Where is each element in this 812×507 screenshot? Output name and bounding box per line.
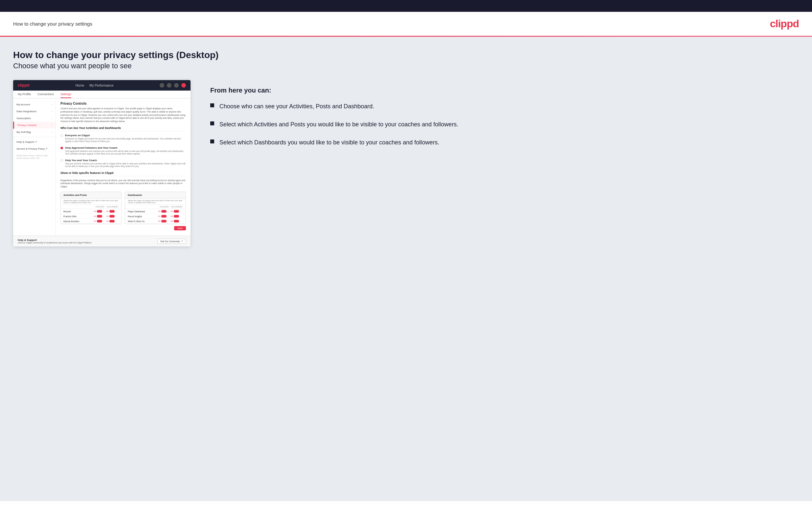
mock-activity-manual: Manual Activities ON ON [61,219,121,224]
mock-nav-links: Home My Performance [75,84,114,87]
page-subheading: Choose what you want people to see [13,62,799,70]
mock-toggle-rounds-followers [109,210,115,213]
info-panel: From here you can: Choose who can see yo… [204,80,799,147]
mock-show-hide-title: Show or hide specific features in Clippd [60,171,186,176]
mock-dashboards-header: Dashboards [125,192,186,199]
mock-nav-icons [160,83,186,88]
mock-subnav-settings: Settings [60,93,71,98]
mock-help-section: Help & Support Visit our Clippd communit… [13,236,191,246]
mock-dashboard-player: Player Dashboard ON ON [125,209,186,214]
bullet-square-2 [210,121,214,125]
bullet-square-1 [210,103,214,107]
bullet-square-3 [210,139,214,144]
mock-activities-col-headers: COACHES FOLLOWERS [61,205,121,209]
mock-activity-rounds: Rounds ON ON [61,209,121,214]
mock-show-hide-desc: Regardless of the privacy controls that … [60,179,186,188]
mock-nav-performance: My Performance [89,84,113,87]
mock-toggle-drills-followers [109,215,115,218]
mock-nav-home: Home [75,84,85,87]
mock-who-can-see-title: Who Can See Your Activities and Dashboar… [60,126,186,131]
mock-avatar [181,83,186,88]
mock-sidebar-service: Service & Privacy Policy ↗ [13,146,55,152]
mock-logo: clippd [18,83,29,88]
mock-sidebar-account: My Account › [13,101,55,108]
header: How to change your privacy settings clip… [0,12,812,36]
mock-body: My Account › Data Integrations › Subscri… [13,99,191,236]
mock-save-bar: Save [60,224,186,232]
mock-option-followers: Only Approved Followers and Your Coach O… [60,146,186,156]
mock-sidebar-privacy-arrow: › [52,124,52,126]
mock-activity-drills: Practice Drills ON ON [61,214,121,219]
mock-subnav-connections: Connections [38,93,54,98]
mock-toggle-workson-followers [174,220,179,223]
mock-dashboards-table: Dashboards Select the types of activity … [125,192,186,224]
footer: Copyright Clippd 2022 [0,501,812,507]
mock-sidebar-subscription-arrow: › [52,117,52,119]
mock-radio-everyone [60,134,63,137]
mock-toggle-manual-coaches [97,220,102,223]
bullet-item-3: Select which Dashboards you would like t… [210,138,799,147]
bullet-item-2: Select which Activities and Posts you wo… [210,120,799,129]
mock-subnav: My Profile Connections Settings [13,91,191,99]
mock-main-panel: Privacy Controls Control how you and you… [56,99,191,236]
mock-sidebar-subscription: Subscription › [13,115,55,122]
mock-toggle-section: Activities and Posts Select the types of… [60,192,186,224]
mock-sidebar-account-arrow: › [52,103,52,106]
mock-sidebar-divider [13,137,55,137]
mock-settings-icon [174,83,179,88]
mock-save-button[interactable]: Save [174,226,186,230]
mock-sidebar-help: Help & Support ↗ [13,138,55,146]
content-row: clippd Home My Performance My Profile Co… [13,80,799,246]
mock-help-desc: Visit our Clippd community to troublesho… [18,241,92,244]
header-title: How to change your privacy settings [13,21,92,26]
mock-topnav: clippd Home My Performance [13,80,191,91]
logo: clippd [770,18,799,30]
top-bar [0,0,812,12]
mock-option-coach-only: Only You and Your Coach Only you and the… [60,159,186,168]
mock-toggle-manual-followers [109,220,115,223]
mock-privacy-desc: Control how you and your data appears to… [60,107,186,123]
mock-dashboards-desc: Select the types of activity that you'd … [125,199,186,205]
bullet-text-2: Select which Activities and Posts you wo… [219,120,458,129]
mock-toggle-drills-coaches [97,215,102,218]
mock-toggle-round-coaches [161,215,166,218]
mock-sidebar-golfbag: My Golf Bag › [13,129,55,135]
mock-help-title: Help & Support [18,238,92,241]
bullet-item-1: Choose who can see your Activities, Post… [210,102,799,111]
mock-search-icon [160,83,164,88]
main-content: How to change your privacy settings (Des… [0,37,812,501]
info-from-here: From here you can: [210,87,799,94]
mock-sidebar-data-arrow: › [52,110,52,113]
mock-dashboards-col-headers: COACHES FOLLOWERS [125,205,186,209]
mock-user-icon [167,83,171,88]
mock-privacy-title: Privacy Controls [60,102,186,105]
bullet-list: Choose who can see your Activities, Post… [210,102,799,147]
mock-toggle-player-followers [174,210,179,213]
mock-toggle-rounds-coaches [97,210,102,213]
page-heading: How to change your privacy settings (Des… [13,50,799,60]
mock-activities-desc: Select the types of activity that you'd … [61,199,121,205]
mock-sidebar: My Account › Data Integrations › Subscri… [13,99,56,236]
mock-toggle-round-followers [174,215,179,218]
bullet-text-3: Select which Dashboards you would like t… [219,138,439,147]
mock-radio-coach-only [60,159,63,162]
mock-sidebar-version: Clippd Client Version: 2022.8.2 SQL Serv… [13,152,55,162]
mock-toggle-workson-coaches [161,220,166,223]
mock-sidebar-golfbag-arrow: › [52,131,52,133]
mock-option-everyone: Everyone on Clippd Everyone on Clippd ca… [60,134,186,143]
mock-radio-followers [60,147,63,149]
mock-sidebar-data: Data Integrations › [13,108,55,115]
mock-activities-table: Activities and Posts Select the types of… [60,192,121,224]
mock-visit-community-button[interactable]: Visit Our Community ↗ [157,238,186,244]
mock-dashboard-workson: What To Work On ON ON [125,219,186,224]
screenshot-mockup: clippd Home My Performance My Profile Co… [13,80,191,246]
mock-subnav-profile: My Profile [18,93,31,98]
bullet-text-1: Choose who can see your Activities, Post… [219,102,374,111]
mock-sidebar-privacy: Privacy Controls › [13,122,55,129]
mock-toggle-player-coaches [161,210,166,213]
mock-dashboard-round: Round Insights ON ON [125,214,186,219]
mock-activities-header: Activities and Posts [61,192,121,199]
